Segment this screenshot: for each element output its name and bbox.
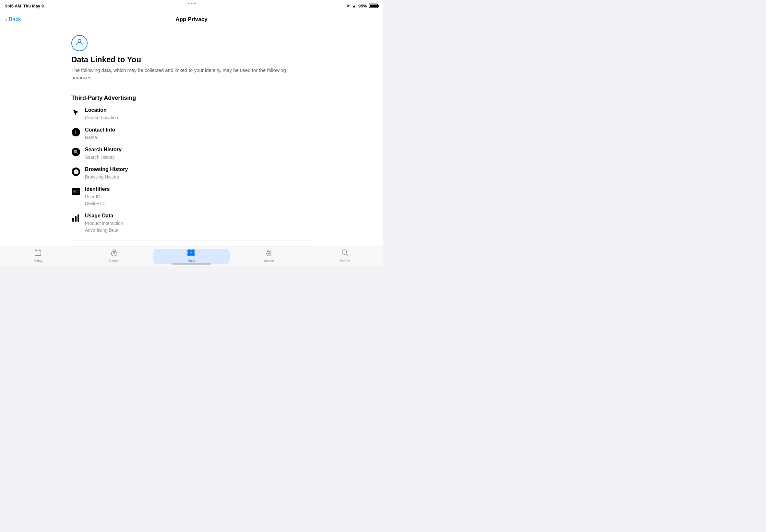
svg-rect-18: [192, 249, 195, 253]
contact-label: Contact Info: [85, 127, 312, 133]
svg-rect-3: [76, 191, 79, 191]
nav-bar: ‹ Back App Privacy: [0, 12, 383, 27]
tab-search[interactable]: Search: [307, 247, 383, 266]
contact-icon-container: i: [71, 128, 80, 137]
privacy-title: Data Linked to You: [71, 55, 312, 64]
location-arrow-icon: [72, 109, 80, 116]
svg-rect-11: [39, 249, 40, 251]
contact-content: Contact Info Name: [85, 127, 312, 141]
svg-rect-10: [36, 249, 37, 251]
status-right: ➤ ▲ 95%: [347, 3, 378, 8]
search-content: Search History Search History: [85, 147, 312, 161]
games-label: Games: [109, 259, 119, 263]
browsing-sub: Browsing History: [85, 174, 312, 180]
three-dots-menu: [187, 3, 196, 4]
usage-sub: Product InteractionAdvertising Data: [85, 220, 312, 234]
identifiers-label: Identifiers: [85, 186, 312, 192]
back-label: Back: [9, 16, 21, 23]
clock-circle-icon: 🕐: [72, 168, 80, 176]
browsing-label: Browsing History: [85, 167, 312, 172]
location-icon: ➤: [347, 4, 350, 8]
contact-sub: Name: [85, 134, 312, 141]
section-divider-1: [71, 88, 312, 88]
home-indicator: [172, 263, 211, 265]
today-label: Today: [34, 259, 42, 263]
tab-bar: Today Games Apps: [0, 247, 383, 266]
privacy-description: The following data, which may be collect…: [71, 67, 298, 81]
today-icon: [34, 249, 41, 258]
search-circle-icon: 🔍: [72, 148, 80, 156]
location-content: Location Coarse Location: [85, 107, 312, 121]
chevron-left-icon: ‹: [5, 16, 7, 23]
svg-rect-16: [192, 253, 195, 256]
games-icon: [110, 249, 118, 258]
data-item-browsing: 🕐 Browsing History Browsing History: [71, 167, 312, 180]
bar-chart-icon: [72, 214, 80, 222]
battery-fill: [370, 5, 377, 7]
privacy-icon: [71, 35, 87, 51]
date: Thu May 9: [23, 4, 44, 8]
id-card-icon: [72, 188, 80, 195]
usage-icon-container: [71, 214, 80, 223]
svg-point-2: [73, 190, 76, 193]
identifiers-sub: User IDDevice ID: [85, 193, 312, 207]
search-label: Search: [340, 259, 350, 263]
back-button[interactable]: ‹ Back: [5, 16, 21, 23]
search-label: Search History: [85, 147, 312, 153]
location-sub: Coarse Location: [85, 114, 312, 121]
svg-point-14: [113, 253, 115, 254]
status-left: 9:45 AM Thu May 9: [5, 4, 44, 8]
battery-percent: 95%: [358, 4, 367, 8]
tab-apps[interactable]: Apps: [153, 249, 230, 264]
svg-rect-17: [187, 249, 191, 253]
tab-games[interactable]: Games: [76, 247, 152, 266]
person-icon: [75, 38, 84, 48]
tab-today[interactable]: Today: [0, 247, 76, 266]
search-tab-icon: [342, 249, 349, 258]
data-item-contact: i Contact Info Name: [71, 127, 312, 141]
arcade-icon: [265, 249, 273, 258]
location-icon-container: [71, 108, 80, 117]
svg-rect-12: [35, 252, 41, 252]
apps-label: Apps: [188, 259, 195, 262]
usage-content: Usage Data Product InteractionAdvertisin…: [85, 213, 312, 234]
wifi-icon: ▲: [352, 3, 356, 8]
data-item-location: Location Coarse Location: [71, 107, 312, 121]
browsing-content: Browsing History Browsing History: [85, 167, 312, 180]
svg-rect-4: [76, 192, 78, 192]
data-item-identifiers: Identifiers User IDDevice ID: [71, 186, 312, 207]
tab-arcade[interactable]: Arcade: [231, 247, 307, 266]
svg-rect-15: [187, 253, 191, 256]
privacy-header: Data Linked to You The following data, w…: [71, 35, 312, 81]
svg-rect-5: [72, 218, 74, 222]
nav-title: App Privacy: [175, 16, 207, 23]
apps-icon: [187, 249, 195, 258]
location-label: Location: [85, 107, 312, 113]
status-bar: 9:45 AM Thu May 9 ➤ ▲ 95%: [0, 0, 383, 12]
battery-icon: [369, 4, 378, 8]
search-icon-container: 🔍: [71, 147, 80, 156]
section-divider-2: [71, 240, 312, 240]
svg-rect-9: [35, 250, 41, 256]
browsing-icon-container: 🕐: [71, 167, 80, 176]
svg-point-0: [78, 40, 81, 42]
main-content: Data Linked to You The following data, w…: [0, 27, 383, 247]
identifiers-icon-container: [71, 187, 80, 196]
arcade-label: Arcade: [264, 259, 274, 263]
info-circle-icon: i: [72, 128, 80, 136]
search-sub: Search History: [85, 154, 312, 161]
svg-rect-6: [75, 216, 76, 222]
usage-label: Usage Data: [85, 213, 312, 219]
data-item-usage: Usage Data Product InteractionAdvertisin…: [71, 213, 312, 234]
svg-rect-7: [77, 214, 79, 222]
section-title-advertising: Third-Party Advertising: [71, 95, 312, 101]
identifiers-content: Identifiers User IDDevice ID: [85, 186, 312, 207]
time: 9:45 AM: [5, 4, 21, 8]
data-item-search: 🔍 Search History Search History: [71, 147, 312, 161]
